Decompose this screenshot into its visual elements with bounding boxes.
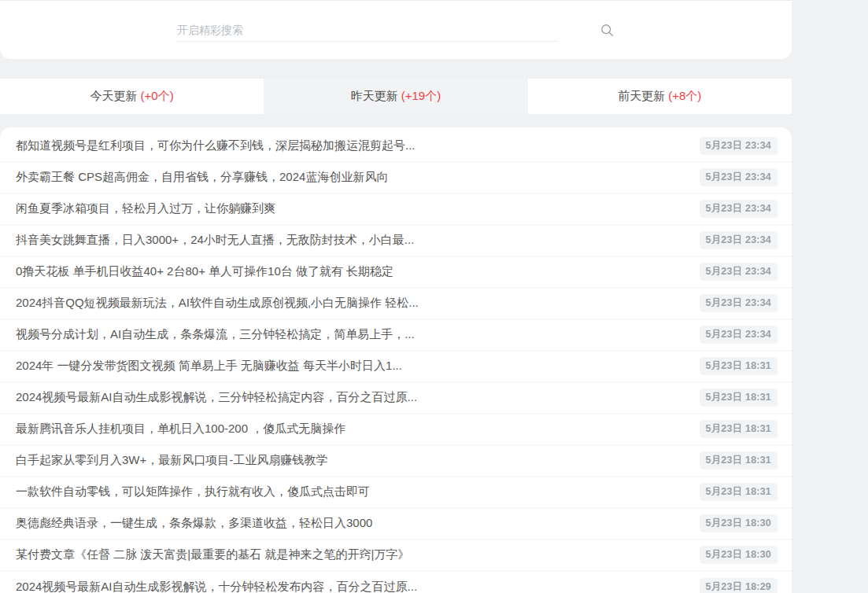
article-title-link[interactable]: 最新腾讯音乐人挂机项目，单机日入100-200 ，傻瓜式无脑操作 (16, 422, 700, 436)
article-date-badge: 5月23日 23:34 (700, 294, 778, 312)
article-date-badge: 5月23日 18:31 (700, 357, 778, 375)
tab-count-badge: (+8个) (668, 89, 701, 104)
list-item: 0撸天花板 单手机日收益40+ 2台80+ 单人可操作10台 做了就有 长期稳定… (0, 256, 792, 288)
article-date-badge: 5月23日 23:34 (700, 231, 778, 249)
search-icon[interactable] (597, 20, 616, 39)
list-item: 2024年 一键分发带货图文视频 简单易上手 无脑赚收益 每天半小时日入1...… (0, 351, 792, 382)
search-bar (175, 19, 616, 42)
list-item: 某付费文章《任督 二脉 泼天富贵|最重要的基石 就是神来之笔的开窍|万字》 5月… (0, 540, 792, 571)
search-input[interactable] (175, 19, 557, 42)
list-item: 闲鱼夏季冰箱项目，轻松月入过万，让你躺赚到爽 5月23日 23:34 (0, 193, 792, 225)
article-date-badge: 5月23日 18:31 (700, 483, 778, 501)
article-date-badge: 5月23日 23:34 (700, 168, 778, 186)
article-title-link[interactable]: 2024视频号最新AI自动生成影视解说，十分钟轻松发布内容，百分之百过原... (16, 580, 700, 593)
list-item: 视频号分成计划，AI自动生成，条条爆流，三分钟轻松搞定，简单易上手，... 5月… (0, 319, 792, 351)
article-title-link[interactable]: 2024视频号最新AI自动生成影视解说，三分钟轻松搞定内容，百分之百过原... (16, 390, 700, 405)
article-title-link[interactable]: 2024年 一键分发带货图文视频 简单易上手 无脑赚收益 每天半小时日入1... (16, 359, 700, 374)
article-title-link[interactable]: 0撸天花板 单手机日收益40+ 2台80+ 单人可操作10台 做了就有 长期稳定 (16, 264, 700, 279)
tab-count-badge: (+0个) (141, 89, 174, 104)
article-title-link[interactable]: 奥德彪经典语录，一键生成，条条爆款，多渠道收益，轻松日入3000 (16, 516, 700, 531)
list-item: 抖音美女跳舞直播，日入3000+，24小时无人直播，无敌防封技术，小白最... … (0, 225, 792, 256)
search-card (0, 0, 792, 59)
article-list: 都知道视频号是红利项目，可你为什么赚不到钱，深层揭秘加搬运混剪起号... 5月2… (0, 127, 792, 593)
tab-count-badge: (+19个) (401, 89, 441, 104)
list-item: 2024抖音QQ短视频最新玩法，AI软件自动生成原创视频,小白无脑操作 轻松..… (0, 288, 792, 319)
article-date-badge: 5月23日 18:31 (700, 420, 778, 438)
tab-label: 前天更新 (618, 89, 665, 104)
update-tabs: 今天更新 (+0个) 昨天更新 (+19个) 前天更新 (+8个) (0, 79, 792, 114)
article-title-link[interactable]: 闲鱼夏季冰箱项目，轻松月入过万，让你躺赚到爽 (16, 201, 700, 216)
list-item: 最新腾讯音乐人挂机项目，单机日入100-200 ，傻瓜式无脑操作 5月23日 1… (0, 414, 792, 445)
article-date-badge: 5月23日 23:34 (700, 137, 778, 155)
tab-label: 昨天更新 (351, 89, 398, 104)
tab-update-day-1[interactable]: 昨天更新 (+19个) (264, 79, 527, 114)
tab-update-day-0[interactable]: 今天更新 (+0个) (0, 79, 264, 114)
article-date-badge: 5月23日 18:30 (700, 514, 778, 532)
article-date-badge: 5月23日 18:29 (700, 578, 778, 593)
list-item: 白手起家从零到月入3W+，最新风口项目-工业风扇赚钱教学 5月23日 18:31 (0, 445, 792, 477)
list-item: 都知道视频号是红利项目，可你为什么赚不到钱，深层揭秘加搬运混剪起号... 5月2… (0, 131, 792, 162)
tab-label: 今天更新 (90, 89, 138, 104)
article-title-link[interactable]: 视频号分成计划，AI自动生成，条条爆流，三分钟轻松搞定，简单易上手，... (16, 327, 700, 342)
article-title-link[interactable]: 都知道视频号是红利项目，可你为什么赚不到钱，深层揭秘加搬运混剪起号... (16, 138, 700, 153)
article-date-badge: 5月23日 23:34 (700, 263, 778, 281)
list-item: 一款软件自动零钱，可以矩阵操作，执行就有收入，傻瓜式点击即可 5月23日 18:… (0, 477, 792, 508)
article-title-link[interactable]: 外卖霸王餐 CPS超高佣金，自用省钱，分享赚钱，2024蓝海创业新风向 (16, 170, 700, 185)
article-date-badge: 5月23日 23:34 (700, 200, 778, 218)
article-title-link[interactable]: 抖音美女跳舞直播，日入3000+，24小时无人直播，无敌防封技术，小白最... (16, 233, 700, 248)
list-item: 奥德彪经典语录，一键生成，条条爆款，多渠道收益，轻松日入3000 5月23日 1… (0, 508, 792, 540)
article-date-badge: 5月23日 18:31 (700, 451, 778, 470)
article-title-link[interactable]: 2024抖音QQ短视频最新玩法，AI软件自动生成原创视频,小白无脑操作 轻松..… (16, 296, 700, 311)
list-item: 2024视频号最新AI自动生成影视解说，十分钟轻松发布内容，百分之百过原... … (0, 571, 792, 593)
article-date-badge: 5月23日 23:34 (700, 326, 778, 344)
list-item: 外卖霸王餐 CPS超高佣金，自用省钱，分享赚钱，2024蓝海创业新风向 5月23… (0, 162, 792, 193)
article-date-badge: 5月23日 18:31 (700, 389, 778, 407)
article-date-badge: 5月23日 18:30 (700, 546, 778, 564)
content-column: 今天更新 (+0个) 昨天更新 (+19个) 前天更新 (+8个) 都知道视频号… (0, 0, 792, 593)
tab-update-day-2[interactable]: 前天更新 (+8个) (528, 79, 792, 114)
article-title-link[interactable]: 某付费文章《任督 二脉 泼天富贵|最重要的基石 就是神来之笔的开窍|万字》 (16, 547, 700, 562)
article-title-link[interactable]: 白手起家从零到月入3W+，最新风口项目-工业风扇赚钱教学 (16, 453, 700, 468)
list-item: 2024视频号最新AI自动生成影视解说，三分钟轻松搞定内容，百分之百过原... … (0, 382, 792, 414)
article-title-link[interactable]: 一款软件自动零钱，可以矩阵操作，执行就有收入，傻瓜式点击即可 (16, 484, 700, 499)
